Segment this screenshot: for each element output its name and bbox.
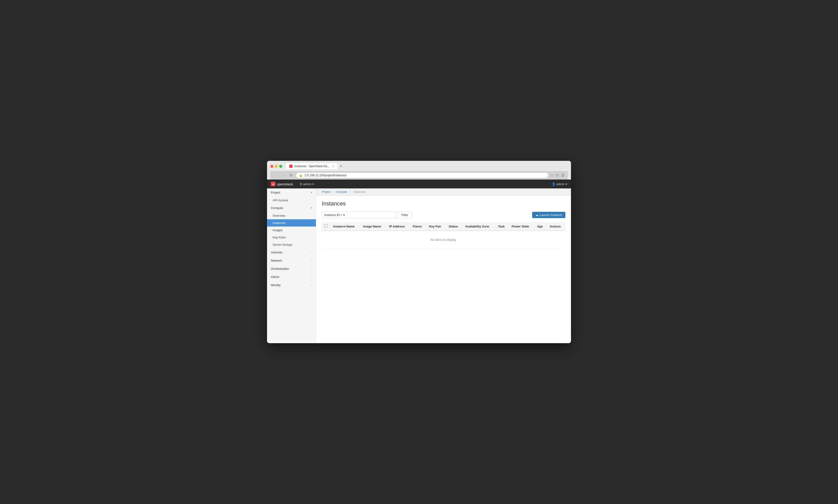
logo-text: openstack. — [277, 182, 294, 186]
launch-instance-button[interactable]: ☁ Launch Instance — [532, 212, 565, 218]
filter-label: Instance ID = — [324, 213, 342, 217]
maximize-button[interactable] — [279, 165, 282, 168]
filter-button[interactable]: Filter — [398, 212, 412, 218]
select-all-header[interactable] — [322, 222, 331, 231]
sidebar-compute-header[interactable]: Compute ▾ — [267, 204, 316, 212]
project-menu-icon: ☰ — [300, 182, 302, 186]
active-tab[interactable]: Instances - OpenStack Dashbo... × — [286, 163, 337, 169]
browser-titlebar: Instances - OpenStack Dashbo... × + ← → … — [267, 161, 571, 180]
launch-btn-label: Launch Instance — [540, 213, 562, 217]
sidebar-item-api-access[interactable]: API Access — [267, 197, 316, 204]
close-button[interactable] — [270, 165, 273, 168]
network-chevron-icon: › — [311, 259, 312, 262]
col-age: Age — [534, 222, 547, 231]
page-title: Instances — [322, 200, 565, 207]
app-container: ■ openstack. ☰ admin ▾ 👤 admin ▾ Project… — [267, 180, 571, 343]
sidebar-item-overview[interactable]: Overview — [267, 212, 316, 219]
sidebar: Project ▾ API Access Compute ▾ Overview … — [267, 188, 316, 343]
sidebar-project-header[interactable]: Project ▾ — [267, 188, 316, 197]
col-instance-name: Instance Name — [331, 222, 360, 231]
identity-chevron-icon: › — [311, 284, 312, 287]
bookmark-icon[interactable]: ☆ — [550, 174, 553, 177]
breadcrumb-sep1: / — [333, 190, 334, 194]
user-icon: 👤 — [552, 182, 555, 186]
browser-controls: Instances - OpenStack Dashbo... × + — [270, 163, 568, 169]
sidebar-compute-label: Compute — [271, 206, 283, 210]
project-dropdown-icon: ▾ — [313, 182, 314, 186]
sidebar-item-images[interactable]: Images — [267, 227, 316, 234]
col-task: Task — [495, 222, 509, 231]
volumes-chevron-icon: › — [311, 251, 312, 254]
breadcrumb-current: Instances — [354, 190, 365, 194]
sidebar-admin-header[interactable]: Admin › — [267, 273, 316, 281]
shield-icon: 🛡 — [556, 174, 559, 177]
sidebar-project-label: Project — [271, 191, 280, 194]
filter-input[interactable] — [349, 212, 396, 218]
sidebar-item-instances[interactable]: Instances — [267, 219, 316, 227]
traffic-lights — [270, 165, 282, 168]
sidebar-orchestration-label: Orchestration — [271, 267, 289, 270]
sidebar-item-server-groups[interactable]: Server Groups — [267, 241, 316, 248]
col-actions: Actions — [547, 222, 565, 231]
forward-button[interactable]: → — [281, 174, 286, 177]
main-content: Project / Compute / Instances Instances … — [316, 188, 571, 343]
browser-actions: ☆ 🛡 ☰ — [550, 174, 565, 177]
col-ip-address: IP Address — [386, 222, 410, 231]
empty-row: No items to display. — [322, 231, 565, 249]
app-body: Project ▾ API Access Compute ▾ Overview … — [267, 188, 571, 343]
admin-chevron-icon: › — [311, 276, 312, 278]
sidebar-overview-label: Overview — [273, 214, 285, 217]
address-bar: ← → ↻ 🔒 172.168.12.100/project/instances… — [270, 171, 568, 180]
launch-cloud-icon: ☁ — [535, 213, 538, 217]
breadcrumb-project[interactable]: Project — [322, 190, 331, 194]
sidebar-network-header[interactable]: Network › — [267, 256, 316, 265]
project-chevron-icon: ▾ — [311, 191, 312, 194]
compute-chevron-icon: ▾ — [311, 206, 312, 210]
sidebar-images-label: Images — [273, 228, 283, 232]
user-menu[interactable]: 👤 admin ▾ — [552, 182, 567, 186]
select-all-checkbox[interactable] — [324, 224, 327, 228]
security-icon: 🔒 — [299, 174, 303, 177]
content-area: Instances Instance ID = ▾ Filter ☁ Launc… — [316, 196, 571, 253]
col-availability-zone: Availability Zone — [463, 222, 495, 231]
sidebar-identity-header[interactable]: Identity › — [267, 281, 316, 289]
browser-window: Instances - OpenStack Dashbo... × + ← → … — [267, 161, 571, 343]
openstack-logo: ■ openstack. — [271, 182, 294, 186]
sidebar-key-pairs-label: Key Pairs — [273, 236, 286, 239]
tab-close-icon[interactable]: × — [332, 165, 334, 168]
sidebar-orchestration-header[interactable]: Orchestration › — [267, 265, 316, 273]
sidebar-volumes-header[interactable]: Volumes › — [267, 248, 316, 256]
user-dropdown-icon: ▾ — [566, 182, 567, 186]
filter-dropdown[interactable]: Instance ID = ▾ — [322, 212, 347, 218]
menu-icon[interactable]: ☰ — [561, 174, 565, 177]
empty-message: No items to display. — [322, 231, 565, 249]
tab-favicon — [289, 165, 292, 168]
sidebar-server-groups-label: Server Groups — [273, 243, 292, 246]
instances-table: Instance Name Image Name IP Address Flav… — [322, 222, 565, 249]
col-status: Status — [446, 222, 463, 231]
user-label: admin — [556, 182, 565, 186]
new-tab-button[interactable]: + — [338, 163, 344, 169]
col-power-state: Power State — [509, 222, 534, 231]
project-menu[interactable]: ☰ admin ▾ — [298, 180, 316, 188]
sidebar-admin-label: Admin — [271, 275, 280, 278]
back-button[interactable]: ← — [273, 174, 279, 177]
table-body: No items to display. — [322, 231, 565, 249]
table-header: Instance Name Image Name IP Address Flav… — [322, 222, 565, 231]
tab-bar: Instances - OpenStack Dashbo... × + — [286, 163, 568, 169]
filter-dropdown-icon: ▾ — [343, 213, 345, 217]
sidebar-item-key-pairs[interactable]: Key Pairs — [267, 234, 316, 241]
sidebar-identity-label: Identity — [271, 283, 281, 287]
sidebar-api-access-label: API Access — [273, 198, 288, 202]
minimize-button[interactable] — [275, 165, 278, 168]
col-flavor: Flavor — [410, 222, 426, 231]
address-field[interactable]: 🔒 172.168.12.100/project/instances/ — [296, 173, 548, 178]
breadcrumb-compute[interactable]: Compute — [336, 190, 347, 194]
sidebar-instances-label: Instances — [273, 221, 286, 224]
logo-icon: ■ — [271, 182, 275, 186]
refresh-button[interactable]: ↻ — [288, 174, 294, 177]
sidebar-volumes-label: Volumes — [271, 251, 283, 254]
tab-title: Instances - OpenStack Dashbo... — [295, 165, 331, 168]
breadcrumb-sep2: / — [349, 190, 350, 194]
app-topnav: ■ openstack. ☰ admin ▾ 👤 admin ▾ — [267, 180, 571, 188]
